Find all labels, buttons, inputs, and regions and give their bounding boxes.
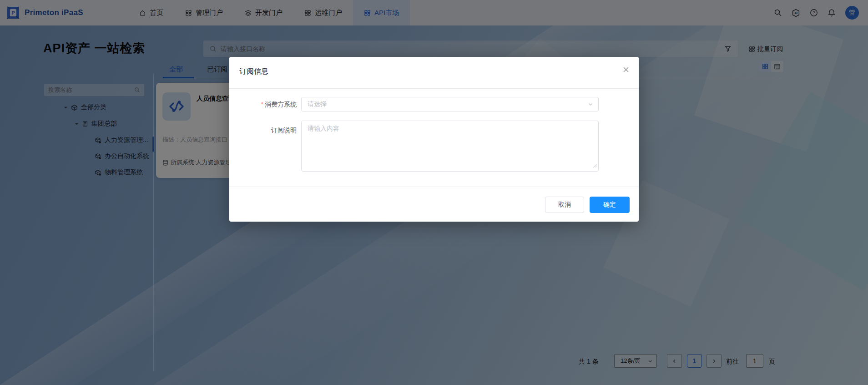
consumer-system-label: *消费方系统 xyxy=(229,101,297,109)
modal-title: 订阅信息 xyxy=(239,67,268,76)
confirm-button[interactable]: 确定 xyxy=(590,197,630,213)
consumer-system-select[interactable]: 请选择 xyxy=(301,97,599,111)
subscription-modal: 订阅信息 *消费方系统 请选择 订阅说明 取消 确定 xyxy=(229,57,639,222)
required-asterisk: * xyxy=(261,101,263,108)
modal-header-divider xyxy=(229,88,639,89)
close-icon[interactable] xyxy=(622,66,630,73)
select-placeholder: 请选择 xyxy=(308,100,327,108)
chevron-down-icon xyxy=(588,101,593,107)
subscribe-note-field xyxy=(301,121,599,172)
modal-footer-divider xyxy=(229,187,639,187)
cancel-button[interactable]: 取消 xyxy=(545,197,584,213)
subscribe-note-textarea[interactable] xyxy=(301,121,599,172)
subscribe-note-label: 订阅说明 xyxy=(229,127,297,135)
